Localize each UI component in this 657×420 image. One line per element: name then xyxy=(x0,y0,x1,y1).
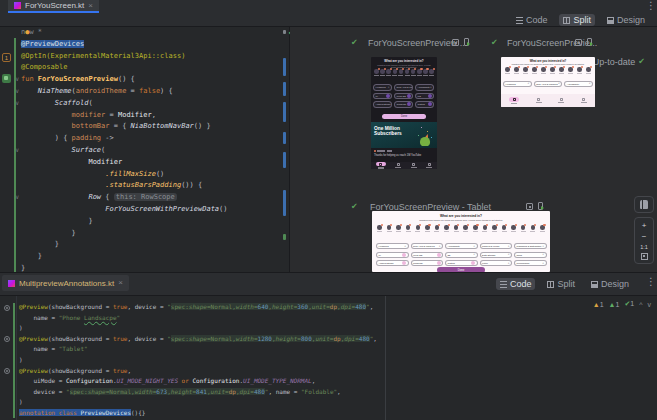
bottom-nav xyxy=(501,94,595,107)
avatar xyxy=(502,225,507,232)
tab-multipreview-annotations[interactable]: MultipreviewAnnotations.kt × xyxy=(2,275,129,291)
tab-label: MultipreviewAnnotations.kt xyxy=(19,279,114,288)
code-line: Scaffold( xyxy=(21,98,228,110)
stripe-mark[interactable] xyxy=(283,152,286,168)
screen-title: What are you interested in? xyxy=(372,214,550,218)
zoom-to-fit-icon[interactable] xyxy=(641,253,648,260)
stripe-mark[interactable] xyxy=(283,102,286,122)
pan-hand-icon xyxy=(640,200,648,209)
code-mode-button[interactable]: Code xyxy=(496,278,536,290)
overflow-menu-icon[interactable]: ⋮ xyxy=(646,1,656,11)
stripe-mark[interactable] xyxy=(283,190,286,216)
code-line: ) xyxy=(19,355,377,366)
code-line: @Preview(showBackground = true, xyxy=(19,366,377,377)
avatar xyxy=(559,67,564,74)
follow-badge xyxy=(433,68,435,70)
stripe-mark[interactable] xyxy=(283,132,286,144)
vcs-change-bar xyxy=(13,303,15,418)
bookmark-1-icon[interactable]: 1 xyxy=(2,53,11,62)
preview-card-phone-landscape[interactable]: What are you interested in? Updates from… xyxy=(501,57,595,107)
preview-card-phone-dark[interactable]: What are you interested in? Updates from… xyxy=(371,57,437,169)
stripe-mark[interactable] xyxy=(283,234,286,240)
stripe-mark[interactable] xyxy=(283,82,286,96)
code-editor-top[interactable]: 1 ∨ ∨ ∨ ∨ ∨ n●w *@PreviewDevices@OptIn(E… xyxy=(0,27,290,272)
fold-icon[interactable]: ∨ xyxy=(15,194,19,200)
fold-icon[interactable]: ∨ xyxy=(15,147,19,153)
code-line: @Preview(showBackground = true, device =… xyxy=(19,334,377,345)
interactive-mode-icon[interactable] xyxy=(452,39,459,46)
prev-problem-icon[interactable]: ^ xyxy=(639,301,642,308)
avatar xyxy=(463,225,468,232)
avatar xyxy=(434,225,439,232)
preview-settings-gear-icon[interactable] xyxy=(4,336,10,342)
fold-icon[interactable]: ∨ xyxy=(15,100,19,106)
topic-chip: New APIs & Libraries+ xyxy=(394,84,413,91)
follow-badge xyxy=(563,66,565,68)
split-mode-button[interactable]: Split xyxy=(559,14,595,26)
code-line: Row { this: RowScope xyxy=(21,192,228,204)
kotlin-file-icon xyxy=(8,280,15,287)
close-icon[interactable]: × xyxy=(118,279,123,287)
code-line: ) { padding -> xyxy=(21,133,228,145)
nav-item xyxy=(581,98,587,103)
follow-badge xyxy=(509,66,511,68)
next-problem-icon[interactable]: v xyxy=(648,301,652,308)
follow-badge xyxy=(400,224,402,226)
avatar xyxy=(550,67,555,74)
avatar xyxy=(386,69,391,76)
preview-settings-gear-icon[interactable] xyxy=(4,305,10,311)
zoom-out-button[interactable]: − xyxy=(642,233,647,241)
code-mode-button[interactable]: Code xyxy=(512,14,552,26)
pan-tool-button[interactable] xyxy=(634,196,654,213)
news-card: One Million Subscribers xyxy=(371,122,437,148)
run-on-device-icon[interactable] xyxy=(464,38,469,46)
preview-title-2[interactable]: ForYouScreenPrevie... xyxy=(507,38,597,48)
topic-chip: Headlines+ xyxy=(373,84,392,91)
topic-chip: Wear OS xyxy=(411,252,444,258)
code-editor-bottom[interactable]: @Preview(showBackground = true, device =… xyxy=(0,296,657,420)
preview-card-tablet[interactable]: What are you interested in? Updates from… xyxy=(372,211,550,272)
kotlin-file-icon xyxy=(14,2,21,9)
run-on-device-icon[interactable] xyxy=(587,38,592,46)
plus-icon: + xyxy=(542,262,544,265)
avatar xyxy=(540,225,545,232)
avatar xyxy=(541,67,546,74)
preview-ok-icon: ✔ xyxy=(491,39,498,47)
avatar xyxy=(505,67,510,74)
code-line: Surface( xyxy=(21,145,228,157)
run-preview-gutter-icon[interactable] xyxy=(2,74,11,83)
follow-badge xyxy=(572,66,574,68)
margin-guide xyxy=(385,296,386,420)
interactive-mode-icon[interactable] xyxy=(575,39,582,46)
plus-icon: + xyxy=(473,253,475,256)
tab-foryouscreen[interactable]: ForYouScreen.kt × xyxy=(8,0,99,13)
selected-nav-pill xyxy=(376,162,386,167)
confetti xyxy=(431,137,432,138)
fold-icon[interactable]: ∨ xyxy=(15,88,19,94)
code-icon xyxy=(516,17,523,24)
design-mode-button[interactable]: Design xyxy=(587,278,633,290)
authors-row xyxy=(377,225,545,232)
fold-icon[interactable]: ∨ xyxy=(15,76,19,82)
preview-settings-gear-icon[interactable] xyxy=(4,368,10,374)
selected-nav-pill xyxy=(509,97,519,102)
zoom-in-button[interactable]: + xyxy=(642,222,647,230)
run-on-device-icon[interactable] xyxy=(538,202,543,210)
add-topic-circle xyxy=(428,94,432,98)
inspections-widget[interactable]: ▲1 ▲1 ✔1 ^ v xyxy=(593,300,651,308)
split-mode-button[interactable]: Split xyxy=(543,278,579,290)
zoom-reset-button[interactable]: 1:1 xyxy=(640,244,648,250)
confetti xyxy=(427,131,428,132)
stripe-mark[interactable] xyxy=(283,30,286,34)
design-mode-button[interactable]: Design xyxy=(603,14,649,26)
close-icon[interactable]: × xyxy=(88,2,93,10)
plus-icon: + xyxy=(508,262,510,265)
add-topic-circle xyxy=(391,102,392,106)
gutter-separator xyxy=(16,296,17,420)
overflow-menu-icon[interactable]: ⋮ xyxy=(646,277,656,287)
follow-badge xyxy=(545,66,547,68)
interactive-mode-icon[interactable] xyxy=(526,203,533,210)
nav-item xyxy=(411,163,417,168)
nav-item xyxy=(509,97,519,104)
stripe-mark[interactable] xyxy=(283,58,286,76)
